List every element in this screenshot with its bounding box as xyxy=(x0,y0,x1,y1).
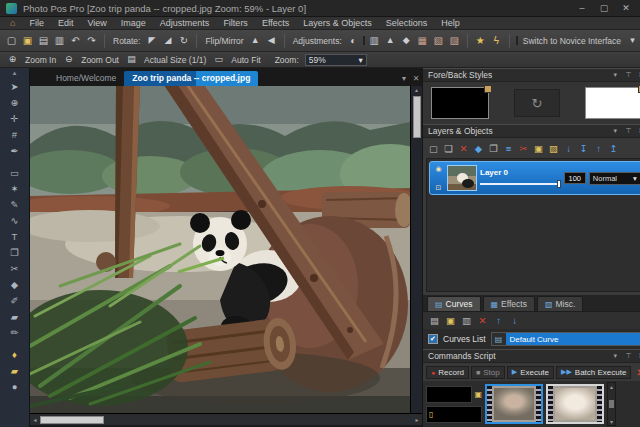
crop-tool[interactable]: # xyxy=(0,126,29,142)
menu-item-image[interactable]: Image xyxy=(121,18,146,28)
paintbrush-tool[interactable]: ✐ xyxy=(0,292,29,308)
slider-handle[interactable] xyxy=(557,180,561,188)
layer-properties-icon[interactable]: ≡ xyxy=(503,143,514,154)
scroll-left-icon[interactable]: ◂ xyxy=(30,416,40,423)
ungroup-layers-icon[interactable]: ▨ xyxy=(548,143,559,154)
merge-layer-icon[interactable]: ◆ xyxy=(473,143,484,154)
zoom-out-label[interactable]: Zoom Out xyxy=(81,55,119,65)
layer-opacity-slider[interactable] xyxy=(480,180,561,188)
tab-home-welcome[interactable]: Home/Welcome xyxy=(48,71,124,86)
layer-lock-icon[interactable]: ⊡ xyxy=(433,184,444,191)
new-layer-icon[interactable]: ▢ xyxy=(428,143,439,154)
actual-size-icon[interactable]: ▤ xyxy=(125,55,138,64)
tab-misc[interactable]: ▧ Misc. xyxy=(537,296,583,311)
canvas[interactable]: ▴ ◂ ▸ xyxy=(30,86,422,427)
panel-pin-icon[interactable]: ⊤ xyxy=(624,127,633,135)
open-file-icon[interactable]: ▣ xyxy=(21,36,34,46)
close-button[interactable]: ✕ xyxy=(618,3,634,13)
batch-execute-button[interactable]: ▶▶ Batch Execute xyxy=(556,366,631,379)
execute-button[interactable]: ▶ Execute xyxy=(507,366,554,379)
load-curve-icon[interactable]: ▣ xyxy=(445,315,456,326)
zoom-level-select[interactable]: 59% ▾ xyxy=(305,54,367,66)
levels-icon[interactable]: ▥ xyxy=(368,36,381,46)
layer-opacity-value[interactable]: 100 xyxy=(564,172,586,184)
background-color-swatch[interactable] xyxy=(585,87,640,119)
rotate-free-icon[interactable]: ↻ xyxy=(177,36,190,46)
healing-patch-tool[interactable]: ▰ xyxy=(0,362,29,378)
zoom-in-icon[interactable]: ⊕ xyxy=(6,55,19,64)
flip-horizontal-icon[interactable]: ◀ xyxy=(265,36,278,45)
save-icon[interactable]: ▤ xyxy=(37,36,50,46)
scroll-down-icon[interactable]: ▾ xyxy=(610,418,613,425)
magic-wand-tool[interactable]: ✶ xyxy=(0,180,29,196)
smudge-tool[interactable]: ● xyxy=(0,378,29,394)
script-steps-box[interactable]: ▯ xyxy=(426,406,482,423)
scroll-right-icon[interactable]: ▸ xyxy=(412,416,422,423)
move-layer-top-icon[interactable]: ↥ xyxy=(608,143,619,154)
minimize-button[interactable]: – xyxy=(574,3,590,13)
new-file-icon[interactable]: ▢ xyxy=(5,36,18,46)
gradient-icon[interactable] xyxy=(363,36,365,45)
move-layer-down-icon[interactable]: ↓ xyxy=(563,143,574,154)
menu-item-effects[interactable]: Effects xyxy=(262,18,289,28)
pencil-tool[interactable]: ✏ xyxy=(0,324,29,340)
undo-icon[interactable]: ↶ xyxy=(69,36,82,46)
favorites-star-icon[interactable]: ★ xyxy=(474,36,487,46)
panel-pin-icon[interactable]: ⊤ xyxy=(624,352,633,360)
move-layer-up-icon[interactable]: ↑ xyxy=(593,143,604,154)
save-curve-icon[interactable]: ▤ xyxy=(429,315,440,326)
curves-list-checkbox[interactable]: ✔ xyxy=(428,334,438,344)
horizontal-scroll-thumb[interactable] xyxy=(40,416,104,424)
layer-name[interactable]: Layer 0 xyxy=(480,169,561,177)
zoom-tool[interactable]: ⊕ xyxy=(0,94,29,110)
brush-select-tool[interactable]: ✎ xyxy=(0,196,29,212)
cut-layer-icon[interactable]: ✂ xyxy=(518,143,529,154)
marquee-select-tool[interactable]: ▭ xyxy=(0,164,29,180)
tab-list-chevron-icon[interactable]: ▾ xyxy=(398,74,410,86)
duplicate-layer-icon[interactable]: ❏ xyxy=(443,143,454,154)
shapes-tool[interactable]: ❐ xyxy=(0,244,29,260)
panel-pin-icon[interactable]: ⊤ xyxy=(624,71,633,79)
chevron-down-icon[interactable]: ▾ xyxy=(626,36,639,45)
auto-fit-icon[interactable]: ▭ xyxy=(212,55,225,64)
slider-track[interactable] xyxy=(480,183,557,185)
tab-zoo-trip-panda[interactable]: Zoo trip panda -- cropped.jpg xyxy=(124,71,258,86)
eraser-tool[interactable]: ▰ xyxy=(0,308,29,324)
copy-layer-icon[interactable]: ❐ xyxy=(488,143,499,154)
panel-collapse-icon[interactable]: ▾ xyxy=(611,127,620,135)
delete-layer-icon[interactable]: ✕ xyxy=(458,143,469,154)
home-icon[interactable]: ⌂ xyxy=(10,18,15,28)
menu-item-help[interactable]: Help xyxy=(441,18,460,28)
panel-collapse-icon[interactable]: ▾ xyxy=(611,71,620,79)
menu-item-view[interactable]: View xyxy=(87,18,106,28)
delete-curve-icon[interactable]: ✕ xyxy=(477,315,488,326)
photo-filter-icon-3[interactable]: ▨ xyxy=(448,36,461,46)
contrast-icon[interactable]: ◐ xyxy=(347,36,360,46)
cut-tool[interactable]: ✂ xyxy=(0,260,29,276)
fill-tool[interactable]: ◆ xyxy=(0,276,29,292)
rotate-left-icon[interactable]: ◤ xyxy=(145,36,158,45)
open-script-folder-icon[interactable]: ▣ xyxy=(474,390,482,399)
redo-icon[interactable]: ↷ xyxy=(85,36,98,46)
brightness-icon[interactable]: ▲ xyxy=(384,36,397,45)
photo-filter-icon-1[interactable]: ▦ xyxy=(416,36,429,46)
group-layers-icon[interactable]: ▣ xyxy=(533,143,544,154)
script-thumbnail[interactable] xyxy=(546,384,604,424)
text-tool[interactable]: T xyxy=(0,228,29,244)
zoom-in-label[interactable]: Zoom In xyxy=(25,55,56,65)
clone-stamp-tool[interactable]: ♦ xyxy=(0,346,29,362)
menu-item-edit[interactable]: Edit xyxy=(58,18,74,28)
quick-actions-bolt-icon[interactable]: ϟ xyxy=(490,36,503,46)
export-curve-icon[interactable]: ▥ xyxy=(461,315,472,326)
save-as-icon[interactable]: ▥ xyxy=(53,36,66,46)
rotate-right-icon[interactable]: ◢ xyxy=(161,36,174,45)
tab-effects[interactable]: ▦ Effects xyxy=(483,296,535,311)
select-tool[interactable]: ➤ xyxy=(0,78,29,94)
menu-item-layers-objects[interactable]: Layers & Objects xyxy=(303,18,372,28)
photo-filter-icon-2[interactable]: ▧ xyxy=(432,36,445,46)
menu-item-filters[interactable]: Filters xyxy=(223,18,248,28)
document-close-icon[interactable]: ✕ xyxy=(410,74,422,86)
foreground-color-swatch[interactable] xyxy=(431,87,489,119)
lasso-tool[interactable]: ∿ xyxy=(0,212,29,228)
menu-item-file[interactable]: File xyxy=(29,18,44,28)
